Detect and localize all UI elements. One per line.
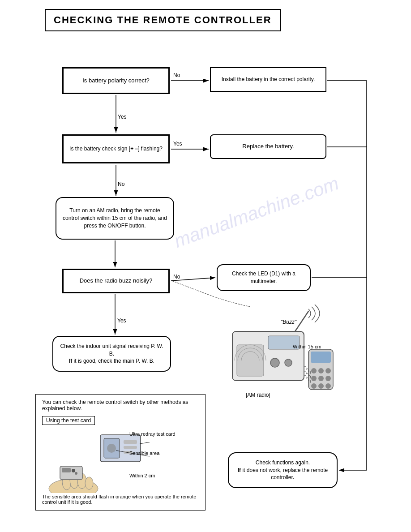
svg-point-8 (75, 472, 77, 475)
svg-text:Yes: Yes (173, 141, 182, 147)
sensible-area-label: Sensible area (129, 450, 159, 456)
svg-point-25 (311, 368, 317, 373)
bottom-info-box: You can check the remote control switch … (35, 394, 206, 511)
svg-point-29 (318, 376, 324, 381)
box-turn-on-am: Turn on an AM radio, bring the remote co… (56, 197, 174, 240)
svg-point-27 (325, 368, 331, 373)
svg-text:No: No (173, 274, 180, 280)
svg-point-4 (85, 477, 93, 489)
box-replace-battery: Replace the battery. (210, 134, 326, 159)
svg-rect-12 (124, 440, 137, 444)
svg-point-33 (325, 383, 331, 389)
page-title: CHECKING THE REMOTE CONTROLLER (54, 14, 272, 26)
svg-text:No: No (173, 72, 180, 78)
svg-rect-18 (237, 345, 264, 376)
svg-text:Yes: Yes (118, 114, 127, 120)
svg-line-15 (140, 439, 150, 444)
flowchart: manualmachine.com Is battery polarity co… (13, 45, 398, 528)
svg-rect-24 (311, 352, 331, 363)
svg-point-28 (311, 376, 317, 381)
within-2cm-label: Within 2 cm (129, 473, 155, 478)
test-card-illustration: Ultra redray test card Sensible area Wit… (42, 430, 199, 493)
box-install-battery: Install the battery in the correct polar… (210, 67, 326, 92)
box-battery-polarity: Is battery polarity correct? (62, 67, 170, 94)
svg-rect-13 (124, 446, 137, 449)
test-card-svg (42, 430, 150, 493)
box-radio-buzz: Does the radio buzz noisily? (62, 269, 170, 293)
ultra-redray-label: Ultra redray test card (129, 431, 176, 437)
svg-text:Yes: Yes (117, 317, 126, 324)
svg-rect-6 (62, 468, 71, 472)
page: CHECKING THE REMOTE CONTROLLER manualmac… (0, 0, 411, 532)
buzz-label: "Buzz" (281, 319, 296, 325)
sensible-flash-text: The sensible area should flash in orange… (42, 494, 199, 505)
svg-point-31 (311, 383, 317, 389)
test-card-label: Using the test card (42, 416, 95, 425)
am-radio-label: [AM radio] (246, 392, 270, 398)
watermark: manualmachine.com (171, 172, 342, 252)
svg-point-21 (270, 358, 279, 367)
box-battery-check-sign: Is the battery check sign [+ –] flashing… (62, 134, 170, 163)
svg-line-45 (171, 278, 215, 281)
box-check-led: Check the LED (D1) with a multimeter. (217, 264, 311, 291)
svg-point-7 (72, 469, 75, 472)
svg-point-30 (325, 376, 331, 381)
am-radio-illustration: "Buzz" Within 15 cm [AM radio] (206, 305, 344, 403)
svg-text:No: No (118, 181, 125, 187)
svg-point-26 (318, 368, 324, 373)
svg-point-11 (107, 444, 116, 453)
svg-point-22 (285, 359, 292, 366)
other-methods-text: You can check the remote control switch … (42, 399, 199, 412)
svg-line-20 (295, 311, 308, 331)
within-15cm-label: Within 15 cm (293, 344, 321, 349)
box-check-indoor: Check the indoor unit signal receiving P… (52, 336, 171, 372)
title-box: CHECKING THE REMOTE CONTROLLER (45, 9, 281, 31)
box-check-functions: Check functions again.If it does not wor… (228, 452, 338, 488)
radio-svg (206, 305, 344, 403)
svg-point-32 (318, 383, 324, 389)
